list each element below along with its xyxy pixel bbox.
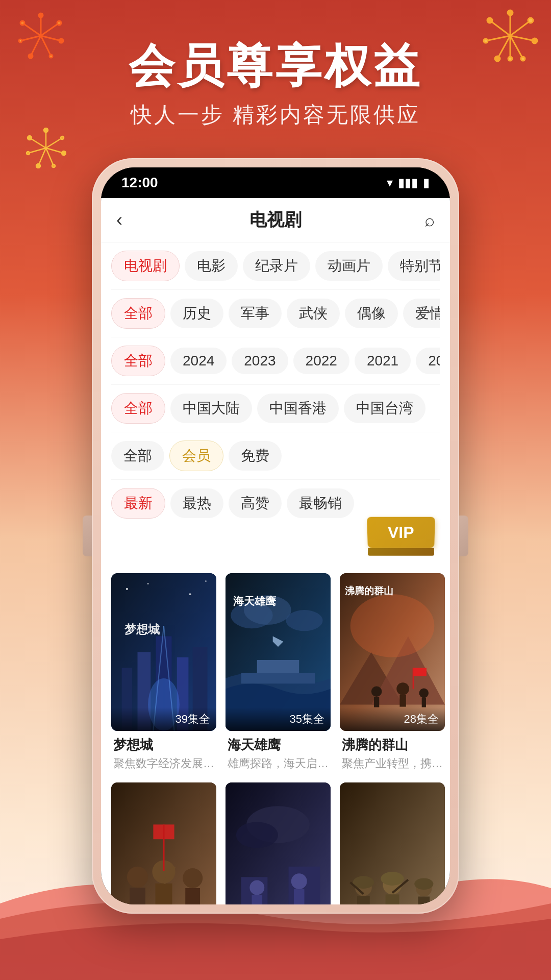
filter-row-category: 电视剧 电影 纪录片 动画片 特别节目 <box>111 242 440 290</box>
filter-row-year: 全部 2024 2023 2022 2021 20… <box>111 337 440 385</box>
svg-line-31 <box>46 138 62 148</box>
filter-tag-2022[interactable]: 2022 <box>293 348 349 374</box>
filter-tag-mainland[interactable]: 中国大陆 <box>170 394 252 423</box>
svg-text:沸腾的群山: 沸腾的群山 <box>345 585 393 596</box>
svg-rect-93 <box>252 895 263 904</box>
svg-rect-95 <box>294 889 305 904</box>
svg-point-13 <box>20 21 24 25</box>
svg-point-39 <box>62 151 66 155</box>
svg-line-36 <box>30 138 46 148</box>
svg-rect-72 <box>399 695 406 707</box>
content-card-2[interactable]: VIP <box>226 573 331 773</box>
svg-point-68 <box>350 594 435 657</box>
svg-point-71 <box>396 682 409 695</box>
phone-screen: 12:00 ▾ ▮▮▮ ▮ ‹ 电视剧 ⌕ <box>101 167 450 904</box>
card-thumb-1: VIP <box>111 573 216 731</box>
svg-point-55 <box>189 593 191 595</box>
card-desc-1: 聚焦数字经济发展… <box>113 756 214 771</box>
svg-rect-100 <box>357 896 370 904</box>
svg-point-54 <box>147 583 149 584</box>
filter-tag-2023[interactable]: 2023 <box>232 348 288 374</box>
content-card-6[interactable]: VIP <box>340 782 445 904</box>
svg-point-42 <box>27 152 30 155</box>
svg-point-73 <box>419 689 429 698</box>
filter-row-genre: 全部 历史 军事 武侠 偶像 爱情 <box>111 290 440 337</box>
card-thumb-4: 36集全 <box>111 782 216 904</box>
content-grid: VIP <box>111 573 440 904</box>
filter-tag-hk[interactable]: 中国香港 <box>257 394 339 423</box>
svg-line-15 <box>510 20 531 36</box>
svg-point-69 <box>371 686 382 697</box>
card-desc-2: 雄鹰探路，海天启… <box>228 756 329 771</box>
phone-mockup: 12:00 ▾ ▮▮▮ ▮ ‹ 电视剧 ⌕ <box>92 158 459 914</box>
filter-tag-bestsell[interactable]: 最畅销 <box>287 488 354 518</box>
phone-outer: 12:00 ▾ ▮▮▮ ▮ ‹ 电视剧 ⌕ <box>92 158 459 914</box>
back-button[interactable]: ‹ <box>116 209 147 231</box>
content-area: VIP <box>101 568 450 904</box>
card-desc-3: 聚焦产业转型，携… <box>342 756 443 771</box>
filter-tag-2021[interactable]: 2021 <box>355 348 411 374</box>
filter-tag-movie[interactable]: 电影 <box>185 251 238 281</box>
svg-line-16 <box>510 36 535 41</box>
status-bar: 12:00 ▾ ▮▮▮ ▮ <box>101 167 450 198</box>
filter-tag-anim[interactable]: 动画片 <box>315 251 383 281</box>
svg-point-107 <box>414 878 433 890</box>
card-info-2: 海天雄鹰 雄鹰探路，海天启… <box>226 731 331 773</box>
sub-title: 快人一步 精彩内容无限供应 <box>0 101 551 129</box>
filter-tag-top-rated[interactable]: 高赞 <box>229 488 282 518</box>
content-card-1[interactable]: VIP <box>111 573 216 773</box>
svg-line-5 <box>20 36 41 41</box>
search-button[interactable]: ⌕ <box>404 210 435 230</box>
filter-tag-all-member[interactable]: 全部 <box>111 441 164 471</box>
filter-tag-wuxia[interactable]: 武侠 <box>287 299 340 328</box>
firework-mid-left <box>26 128 66 168</box>
svg-point-38 <box>61 136 64 139</box>
app-content: ‹ 电视剧 ⌕ 电视剧 电影 纪录片 动画片 特别节目 <box>101 198 450 904</box>
filter-tag-hottest[interactable]: 最热 <box>170 488 223 518</box>
svg-rect-106 <box>418 897 430 904</box>
filter-tag-military[interactable]: 军事 <box>229 299 282 328</box>
filter-tag-all-region[interactable]: 全部 <box>111 393 165 424</box>
svg-point-94 <box>291 873 307 889</box>
svg-point-7 <box>39 13 43 17</box>
battery-icon: ▮ <box>423 176 430 190</box>
filter-tag-all-genre[interactable]: 全部 <box>111 298 165 329</box>
filter-tag-romance[interactable]: 爱情 <box>403 299 440 328</box>
content-card-3[interactable]: VIP <box>340 573 445 773</box>
page-title: 电视剧 <box>249 208 302 232</box>
svg-rect-103 <box>386 894 399 904</box>
filter-tag-older[interactable]: 20… <box>416 348 440 374</box>
ep-count-3: 28集全 <box>340 707 445 731</box>
filter-tag-history[interactable]: 历史 <box>170 299 223 328</box>
filter-tag-vip[interactable]: 会员 <box>169 440 223 471</box>
signal-icon: ▮▮▮ <box>398 176 418 190</box>
filter-tag-2024[interactable]: 2024 <box>170 348 227 374</box>
svg-line-20 <box>490 20 510 36</box>
svg-rect-76 <box>413 668 427 676</box>
content-card-4[interactable]: 36集全 历史大剧 精彩历史故事… <box>111 782 216 904</box>
filter-tag-free[interactable]: 免费 <box>229 441 282 471</box>
ep-count-2: 35集全 <box>226 707 331 731</box>
filter-tag-all-year[interactable]: 全部 <box>111 346 165 376</box>
svg-line-6 <box>22 23 41 36</box>
card-thumb-2: VIP <box>226 573 331 731</box>
side-notch-left <box>83 516 92 556</box>
filter-tag-idol[interactable]: 偶像 <box>345 299 398 328</box>
svg-point-97 <box>236 822 278 848</box>
svg-line-35 <box>28 148 46 153</box>
filter-tag-tw[interactable]: 中国台湾 <box>344 394 425 423</box>
filter-tag-newest[interactable]: 最新 <box>111 488 165 519</box>
card-thumb-3: VIP <box>340 573 445 731</box>
svg-point-22 <box>508 10 513 15</box>
wifi-icon: ▾ <box>387 176 393 190</box>
card-thumb-5: VIP <box>226 782 331 904</box>
content-card-5[interactable]: VIP <box>226 782 331 904</box>
filter-section: 电视剧 电影 纪录片 动画片 特别节目 全部 历史 军事 武侠 偶像 爱情 <box>101 242 450 527</box>
vip-label[interactable]: VIP <box>367 517 435 548</box>
svg-point-40 <box>52 164 55 167</box>
filter-tag-doc[interactable]: 纪录片 <box>243 251 310 281</box>
filter-tag-tv[interactable]: 电视剧 <box>111 251 180 281</box>
filter-tag-special[interactable]: 特别节目 <box>388 251 440 281</box>
svg-point-23 <box>528 18 533 23</box>
svg-line-34 <box>38 148 46 166</box>
